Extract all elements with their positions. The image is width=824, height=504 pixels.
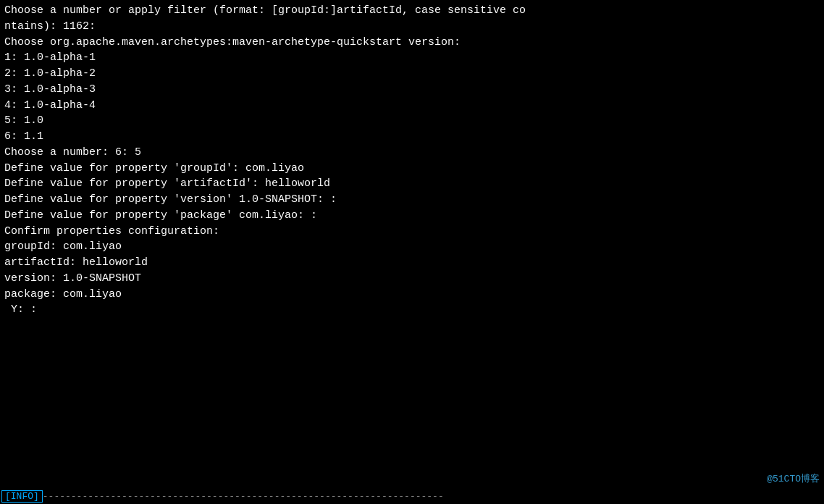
terminal-line: 4: 1.0-alpha-4: [4, 98, 820, 114]
terminal-line: Define value for property 'package' com.…: [4, 208, 820, 224]
terminal-line: 5: 1.0: [4, 113, 820, 129]
status-tag: [INFO]: [1, 490, 43, 503]
status-bar: [INFO] ---------------------------------…: [0, 488, 824, 504]
status-dashes: ----------------------------------------…: [43, 491, 824, 502]
watermark: @51CTO博客: [767, 472, 820, 485]
terminal-line: package: com.liyao: [4, 287, 820, 303]
terminal-line: 6: 1.1: [4, 129, 820, 145]
terminal-line: 3: 1.0-alpha-3: [4, 82, 820, 98]
terminal-line: Choose org.apache.maven.archetypes:maven…: [4, 35, 820, 51]
terminal-line: Define value for property 'artifactId': …: [4, 176, 820, 192]
terminal-output: Choose a number or apply filter (format:…: [4, 3, 820, 318]
terminal-line: ntains): 1162:: [4, 19, 820, 35]
terminal-window: Choose a number or apply filter (format:…: [0, 0, 824, 504]
terminal-line: Choose a number or apply filter (format:…: [4, 3, 820, 19]
terminal-line: groupId: com.liyao: [4, 239, 820, 255]
terminal-line: version: 1.0-SNAPSHOT: [4, 271, 820, 287]
terminal-line: artifactId: helloworld: [4, 255, 820, 271]
terminal-line: 2: 1.0-alpha-2: [4, 66, 820, 82]
terminal-line: Define value for property 'version' 1.0-…: [4, 192, 820, 208]
terminal-line: Define value for property 'groupId': com…: [4, 161, 820, 177]
terminal-line: Choose a number: 6: 5: [4, 145, 820, 161]
terminal-line: Confirm properties configuration:: [4, 224, 820, 240]
terminal-line: Y: :: [4, 302, 820, 318]
terminal-line: 1: 1.0-alpha-1: [4, 50, 820, 66]
